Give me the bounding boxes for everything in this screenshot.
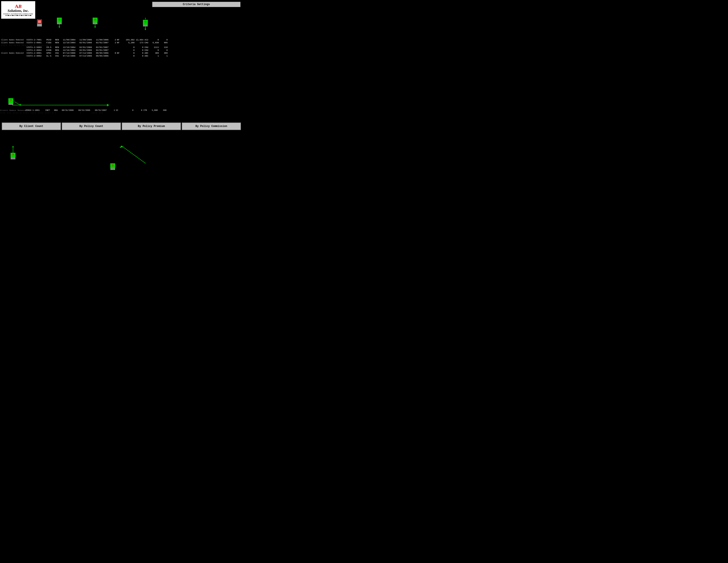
middle-code2: NEW	[54, 109, 62, 111]
row-amount1: 0	[122, 49, 136, 51]
row-val2: 0	[160, 49, 168, 51]
logo-tagline: AGENCY AUTOMATION CONSULTING	[3, 13, 33, 15]
row-code2: REN	[55, 46, 63, 49]
row-code2: REN	[55, 41, 63, 44]
row-amount1: 104,582	[122, 39, 136, 41]
logo-noise-bar	[5, 15, 31, 16]
row-client-name: Client Names Removed	[1, 52, 26, 54]
row-policy-id: VISTA-2-9001	[26, 52, 46, 54]
btn-by-policy-commission[interactable]: By Policy Commission	[182, 122, 241, 130]
row-amount1: 5,288	[122, 41, 136, 44]
table-row: Client Names Removed VISTA-2-9001 SPEC C…	[1, 52, 242, 54]
help-arrow-tip-2	[94, 26, 96, 28]
row-val2: 110	[160, 46, 168, 49]
row-code1: PEAO	[46, 39, 55, 41]
row-company: CHU	[144, 49, 152, 51]
svg-line-2	[121, 146, 146, 163]
row-date1: 12/16/2004	[63, 41, 79, 44]
row-date3: 02/01/2007	[96, 46, 113, 49]
row-amount1: 0	[122, 55, 136, 57]
help-icon-1[interactable]: ?	[57, 18, 62, 28]
logo-ab-text: AB	[15, 4, 22, 9]
lower-help-left-arrow-tip	[12, 146, 14, 147]
svg-line-0	[14, 102, 20, 105]
row-company: ABI	[144, 55, 152, 57]
row-val2: 905	[160, 41, 168, 44]
logo: AB Solutions, Inc. AGENCY AUTOMATION CON…	[1, 1, 35, 19]
table-row: Client Names Removed VISTA-2-7001 PEAO R…	[1, 39, 242, 41]
lower-help-left[interactable]: ?	[11, 146, 15, 159]
row-val1: 0	[152, 39, 160, 41]
doc-icon[interactable]	[37, 19, 42, 26]
row-code3: NF	[117, 52, 122, 54]
row-amount2: 173	[136, 41, 144, 44]
row-code2: CN1	[55, 55, 63, 57]
row-code1: GL-S	[46, 55, 55, 57]
row-date3: 08/05/2006	[96, 55, 113, 57]
middle-code3: SI	[116, 109, 121, 111]
row-client-name: Client Names Removed	[1, 39, 26, 41]
row-val1: 0	[152, 49, 160, 51]
table-row: VISTA-2-9002 GL-S CN1 07/14/2006 07/14/2…	[1, 55, 242, 57]
row-amount2: 0	[136, 46, 144, 49]
middle-num1: 1	[111, 109, 116, 111]
row-amount1: 0	[122, 46, 136, 49]
row-code1: FIDU	[46, 41, 55, 44]
middle-date1: 08/31/2006	[62, 109, 78, 111]
help-icon-base-2	[93, 23, 98, 24]
doc-icon-top	[37, 19, 42, 24]
row-val1: 1	[152, 55, 160, 57]
help-icon-base-3	[143, 25, 148, 26]
row-amount2: 12,664	[136, 39, 144, 41]
help-icon-box-lower-right: ?	[110, 163, 115, 168]
row-num1: 2	[113, 41, 117, 44]
help-icon-base-1	[57, 23, 62, 24]
row-company: CHU	[144, 41, 152, 44]
row-val2: 1	[160, 55, 168, 57]
row-amount2: 0	[136, 55, 144, 57]
row-amount1: 0	[122, 52, 136, 54]
middle-code1: INET	[45, 109, 54, 111]
middle-val2: 500	[159, 109, 167, 111]
row-date2: 11/09/2005	[79, 39, 96, 41]
lower-right-diagonal-arrow	[110, 141, 165, 168]
row-amount2: 0	[136, 49, 144, 51]
lower-help-left-arrow-line	[13, 147, 13, 153]
row-date2: 02/01/2006	[79, 49, 96, 51]
bottom-buttons: By Client CountBy Policy CountBy Policy …	[0, 122, 243, 130]
row-val1: 6,030	[152, 41, 160, 44]
criteria-settings-bar: Criteria Settings	[152, 2, 240, 7]
middle-arrows-svg	[8, 97, 25, 106]
help-arrow-line-3	[145, 26, 146, 29]
lower-help-right[interactable]: ?	[110, 163, 115, 170]
row-date2: 02/01/2006	[79, 41, 96, 44]
row-date1: 07/14/2006	[63, 55, 79, 57]
row-code1: KIDN	[46, 49, 55, 51]
middle-policy-id: ZERO2-1-2001	[25, 109, 45, 111]
middle-date3: 08/31/2007	[95, 109, 111, 111]
middle-data-row: Client Names Removed ZERO2-1-2001 INET N…	[0, 109, 167, 111]
help-icon-box-lower-left: ?	[11, 153, 15, 158]
help-icon-3[interactable]: ?	[143, 18, 148, 30]
row-code2: REN	[55, 39, 63, 41]
btn-by-client-count[interactable]: By Client Count	[2, 122, 61, 130]
row-client-name: Client Names Removed	[1, 42, 26, 44]
row-policy-id: VISTA-2-7001	[26, 39, 46, 41]
middle-amount1: 0	[121, 109, 135, 111]
middle-date2: 08/31/2006	[78, 109, 95, 111]
help-arrow-tip-3	[144, 29, 146, 30]
row-amount2: 0	[136, 52, 144, 54]
help-icon-base-lower-right	[110, 168, 115, 170]
help-icon-2[interactable]: ?	[93, 18, 98, 28]
row-code2: REN	[55, 49, 63, 51]
data-area: Client Names Removed VISTA-2-7001 PEAO R…	[0, 39, 243, 58]
row-date3: 02/01/2007	[96, 49, 113, 51]
table-row: Client Names Removed VISTA-2-8001 FIDU R…	[1, 41, 242, 44]
help-icon-box-2: ?	[93, 18, 98, 23]
btn-by-policy-premium[interactable]: By Policy Premium	[122, 122, 181, 130]
btn-by-policy-count[interactable]: By Policy Count	[62, 122, 121, 130]
row-num1: 2	[113, 39, 117, 41]
row-company: AC2	[144, 39, 152, 41]
help-icon-base-lower-left	[11, 158, 15, 159]
middle-amount2: 0	[135, 109, 143, 111]
